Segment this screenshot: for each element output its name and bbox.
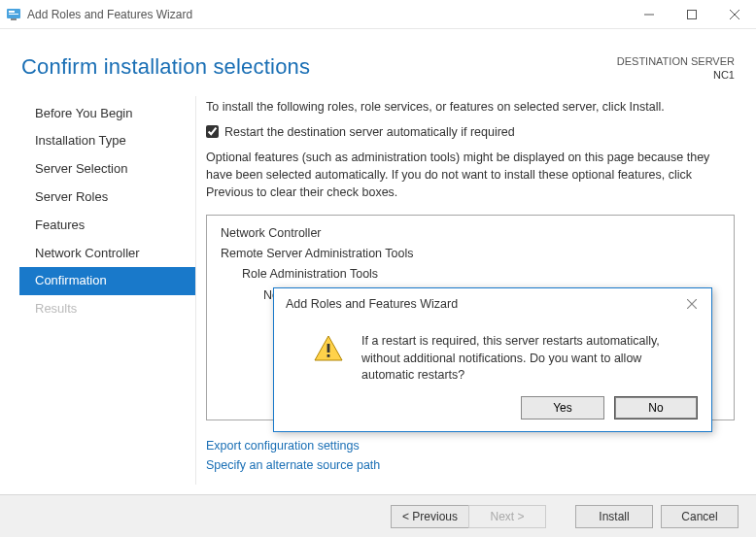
cancel-button[interactable]: Cancel [661, 505, 739, 528]
destination-block: DESTINATION SERVER NC1 [617, 54, 735, 83]
optional-features-text: Optional features (such as administratio… [206, 149, 735, 201]
wizard-steps-sidebar: Before You Begin Installation Type Serve… [19, 96, 196, 485]
links-block: Export configuration settings Specify an… [206, 436, 735, 475]
window-titlebar: Add Roles and Features Wizard [0, 0, 756, 29]
svg-rect-3 [11, 18, 17, 20]
install-button[interactable]: Install [575, 505, 653, 528]
restart-checkbox-row: Restart the destination server automatic… [206, 125, 735, 139]
summary-item: Remote Server Administration Tools [221, 244, 720, 264]
step-installation-type[interactable]: Installation Type [19, 127, 195, 155]
dialog-yes-button[interactable]: Yes [521, 396, 604, 420]
warning-icon [313, 333, 344, 364]
restart-checkbox-label: Restart the destination server automatic… [224, 125, 515, 139]
step-server-selection[interactable]: Server Selection [19, 155, 195, 184]
restart-checkbox[interactable] [206, 125, 219, 138]
svg-rect-1 [9, 11, 15, 13]
summary-item: Network Controller [221, 223, 720, 244]
dialog-no-button[interactable]: No [614, 396, 698, 420]
page-header: Confirm installation selections DESTINAT… [0, 29, 756, 83]
wizard-footer: < Previous Next > Install Cancel [0, 494, 756, 537]
step-before-you-begin[interactable]: Before You Begin [19, 100, 195, 128]
destination-name: NC1 [617, 68, 735, 82]
next-button: Next > [468, 505, 546, 528]
server-manager-icon [6, 7, 21, 22]
window-controls [628, 0, 756, 29]
step-features[interactable]: Features [19, 212, 195, 240]
intro-text: To install the following roles, role ser… [206, 100, 735, 114]
dialog-actions: Yes No [274, 396, 711, 431]
alternate-source-link[interactable]: Specify an alternate source path [206, 458, 380, 472]
summary-item: Role Administration Tools [242, 264, 720, 285]
close-button[interactable] [713, 0, 756, 29]
nav-button-pair: < Previous Next > [391, 505, 546, 528]
svg-rect-2 [9, 14, 18, 15]
titlebar-left: Add Roles and Features Wizard [6, 7, 192, 22]
svg-rect-5 [688, 10, 697, 18]
dialog-title: Add Roles and Features Wizard [286, 297, 458, 311]
dialog-close-button[interactable] [680, 294, 704, 314]
dialog-titlebar: Add Roles and Features Wizard [274, 288, 711, 319]
maximize-button[interactable] [670, 0, 713, 29]
dialog-message: If a restart is required, this server re… [361, 333, 688, 396]
svg-rect-11 [327, 344, 330, 352]
window-title: Add Roles and Features Wizard [27, 8, 192, 21]
dialog-body: If a restart is required, this server re… [274, 319, 711, 396]
page-title: Confirm installation selections [21, 54, 310, 80]
export-config-link[interactable]: Export configuration settings [206, 439, 360, 453]
step-confirmation[interactable]: Confirmation [19, 267, 195, 295]
previous-button[interactable]: < Previous [391, 505, 468, 528]
confirm-restart-dialog: Add Roles and Features Wizard If a resta… [273, 287, 712, 432]
svg-rect-12 [327, 354, 330, 357]
step-server-roles[interactable]: Server Roles [19, 184, 195, 212]
destination-label: DESTINATION SERVER [617, 54, 735, 68]
step-network-controller[interactable]: Network Controller [19, 240, 195, 268]
step-results: Results [19, 295, 195, 323]
minimize-button[interactable] [628, 0, 670, 29]
